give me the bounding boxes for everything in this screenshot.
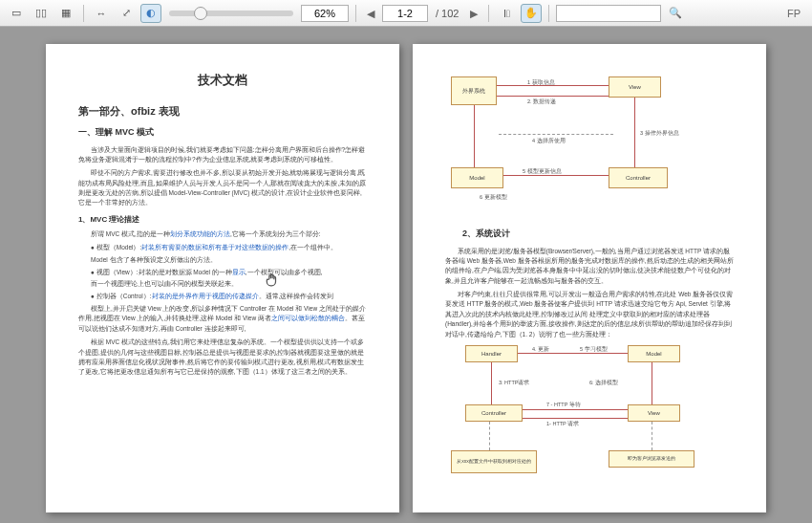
separator — [83, 5, 84, 22]
page-total: / 102 — [432, 8, 462, 19]
fit-page-icon[interactable]: ⤢ — [116, 4, 137, 23]
paragraph: 即使不同的方户需求,需要进行修改也并不多,所以要从初始开发开始,就动将展现与逻辑… — [78, 168, 367, 208]
mvc-diagram-1: 外界系统 View Model Controller 1 获取信息 2. 数据传… — [451, 76, 728, 220]
text-select-icon[interactable]: I⃯ — [496, 4, 517, 23]
sub-heading: 一、理解 MVC 模式 — [78, 126, 367, 140]
paragraph: 对客户约束,往往只提供很常用,可以开发出一般适合用户需求的特性,在此处 Web … — [445, 290, 734, 339]
dbox-view2: View — [628, 404, 680, 422]
bullet: Model 包含了各种预设定义所做出的方法。 — [91, 255, 367, 265]
separator — [548, 5, 549, 22]
dbox-view: View — [609, 76, 661, 98]
prev-page-icon[interactable]: ◀ — [363, 5, 378, 22]
paragraph: 模型上,并开启关键 View 上的改变,所以多种情况下 Controller 在… — [78, 304, 367, 334]
dbox-external: 外界系统 — [451, 76, 497, 105]
view-single-icon[interactable]: ▭ — [6, 4, 27, 23]
doc-title: 技术文档 — [78, 71, 367, 90]
document-viewport[interactable]: 技术文档 第一部分、ofbiz 表现 一、理解 MVC 模式 当涉及大量面向逻辑… — [0, 27, 812, 523]
zoom-value[interactable]: 62% — [301, 5, 349, 22]
fp-label: FP — [787, 8, 806, 19]
dbox-controller2: Controller — [465, 404, 523, 422]
bullet: ● 视图（View）:封装的是对数据源 Model 的一种显示,一个模型可以由多… — [91, 268, 367, 277]
dbox-handler: Handler — [465, 345, 518, 362]
page-input[interactable]: 1-2 — [382, 5, 428, 22]
paragraph: 所谓 MVC 模式,指的是一种划分系统功能的方法,它将一个系统划分为三个部分: — [78, 229, 367, 239]
dbox-model2: Model — [628, 345, 680, 362]
paragraph: 系统采用的是浏览/服务器模型(Browser/Server),一般的,当用户通过… — [445, 247, 734, 287]
dbox-note2: 即为客户浏览器发送的 — [609, 450, 694, 468]
bullet: ● 控制器（Control）:封装的是外界作用于视图的传递媒介。通常,这样操作会… — [91, 292, 367, 301]
page-1: 技术文档 第一部分、ofbiz 表现 一、理解 MVC 模式 当涉及大量面向逻辑… — [46, 44, 399, 512]
search-input[interactable] — [556, 5, 661, 22]
view-thumbs-icon[interactable]: ▦ — [55, 4, 76, 23]
mvc-diagram-2: Handler Model Controller View 从xxx配置文件中获… — [451, 345, 728, 479]
sub-heading: 2、系统设计 — [462, 228, 734, 241]
next-page-icon[interactable]: ▶ — [466, 5, 481, 22]
zoom-tool-icon[interactable]: ◐ — [140, 4, 161, 23]
sub2-heading: 1、MVC 理论描述 — [78, 214, 367, 226]
bullet: 而一个视图理论上也可以由不同的模型关联起来。 — [91, 279, 367, 289]
separator — [355, 5, 356, 22]
zoom-slider[interactable] — [169, 11, 293, 16]
search-icon[interactable]: 🔍 — [665, 4, 686, 23]
fit-width-icon[interactable]: ↔ — [91, 4, 112, 23]
hand-tool-icon[interactable]: ✋ — [521, 4, 542, 23]
section-heading: 第一部分、ofbiz 表现 — [78, 103, 367, 120]
dbox-note1: 从xxx配置文件中获取到相对应处的 — [451, 450, 537, 473]
paragraph: 根据 MVC 模式的这些特点,我们用它来处理信息复杂的系统。一个模型提供供以支持… — [78, 338, 367, 378]
page-2: 外界系统 View Model Controller 1 获取信息 2. 数据传… — [413, 44, 766, 512]
dbox-model: Model — [451, 167, 503, 188]
paragraph: 当涉及大量面向逻辑项目的时候,我们就要考虑如下问题:怎样分离用户界面和后台操作?… — [78, 145, 367, 165]
bullet: ● 模型（Model）:封装所有需要的数据和所有基于对这些数据的操作,在一个组件… — [91, 243, 367, 252]
view-facing-icon[interactable]: ▯▯ — [31, 4, 52, 23]
separator — [488, 5, 489, 22]
dbox-controller: Controller — [609, 167, 668, 188]
